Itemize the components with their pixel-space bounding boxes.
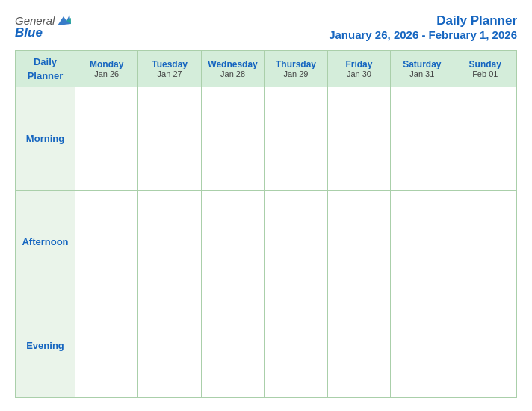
evening-label-cell: Evening (16, 294, 75, 397)
title-block: Daily Planner January 26, 2026 - Februar… (329, 13, 517, 41)
evening-thursday-cell[interactable] (265, 294, 327, 397)
morning-wednesday-cell[interactable] (201, 87, 264, 190)
tuesday-date: Jan 27 (140, 69, 199, 78)
logo-general-text: General (15, 14, 55, 27)
wednesday-date: Jan 28 (203, 69, 262, 78)
calendar-header-row: DailyPlanner Monday Jan 26 Tuesday Jan 2… (16, 51, 517, 87)
morning-thursday-cell[interactable] (265, 87, 327, 190)
evening-wednesday-cell[interactable] (201, 294, 264, 397)
morning-sunday-cell[interactable] (454, 87, 516, 190)
monday-date: Jan 26 (77, 69, 136, 78)
afternoon-monday-cell[interactable] (75, 191, 138, 294)
header-monday: Monday Jan 26 (75, 51, 138, 87)
morning-row: Morning (16, 87, 517, 190)
header-sunday: Sunday Feb 01 (454, 51, 516, 87)
logo-blue-text: Blue (15, 25, 43, 40)
friday-date: Jan 30 (330, 69, 389, 78)
header-tuesday: Tuesday Jan 27 (138, 51, 201, 87)
afternoon-tuesday-cell[interactable] (138, 191, 201, 294)
morning-tuesday-cell[interactable] (138, 87, 201, 190)
header-wednesday: Wednesday Jan 28 (201, 51, 264, 87)
afternoon-saturday-cell[interactable] (391, 191, 454, 294)
evening-sunday-cell[interactable] (454, 294, 516, 397)
evening-tuesday-cell[interactable] (138, 294, 201, 397)
logo: General Blue (15, 13, 72, 40)
sunday-date: Feb 01 (456, 69, 515, 78)
daily-planner-header: DailyPlanner (28, 56, 64, 81)
morning-saturday-cell[interactable] (391, 87, 454, 190)
evening-friday-cell[interactable] (327, 294, 390, 397)
afternoon-friday-cell[interactable] (327, 191, 390, 294)
header-friday: Friday Jan 30 (327, 51, 390, 87)
thursday-label: Thursday (266, 59, 325, 69)
friday-label: Friday (330, 59, 389, 69)
logo-bird-icon (56, 13, 72, 27)
morning-friday-cell[interactable] (327, 87, 390, 190)
monday-label: Monday (77, 59, 136, 69)
saturday-date: Jan 31 (392, 69, 451, 78)
tuesday-label: Tuesday (140, 59, 199, 69)
header-saturday: Saturday Jan 31 (391, 51, 454, 87)
morning-label: Morning (26, 133, 64, 144)
afternoon-sunday-cell[interactable] (454, 191, 516, 294)
page-header: General Blue Daily Planner January 26, 2… (15, 13, 517, 41)
evening-saturday-cell[interactable] (391, 294, 454, 397)
date-range: January 26, 2026 - February 1, 2026 (329, 28, 517, 41)
afternoon-wednesday-cell[interactable] (201, 191, 264, 294)
morning-label-cell: Morning (16, 87, 75, 190)
afternoon-thursday-cell[interactable] (265, 191, 327, 294)
afternoon-row: Afternoon (16, 191, 517, 294)
evening-monday-cell[interactable] (75, 294, 138, 397)
afternoon-label: Afternoon (22, 236, 68, 247)
morning-monday-cell[interactable] (75, 87, 138, 190)
saturday-label: Saturday (392, 59, 451, 69)
header-label-cell: DailyPlanner (16, 51, 75, 87)
thursday-date: Jan 29 (266, 69, 325, 78)
afternoon-label-cell: Afternoon (16, 191, 75, 294)
sunday-label: Sunday (456, 59, 515, 69)
header-thursday: Thursday Jan 29 (265, 51, 327, 87)
wednesday-label: Wednesday (203, 59, 262, 69)
evening-row: Evening (16, 294, 517, 397)
page-title: Daily Planner (329, 13, 517, 28)
calendar-table: DailyPlanner Monday Jan 26 Tuesday Jan 2… (15, 50, 517, 398)
evening-label: Evening (26, 340, 64, 351)
